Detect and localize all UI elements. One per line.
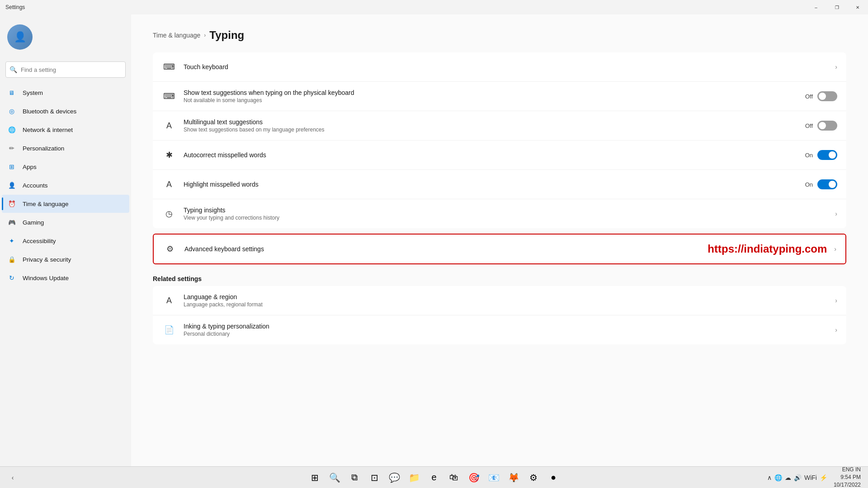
- search-input[interactable]: [21, 66, 122, 73]
- taskbar-icon-start[interactable]: ⊞: [306, 469, 324, 487]
- window-title: Settings: [5, 4, 25, 10]
- taskbar-right: ∧ 🌐 ☁ 🔊 WiFi ⚡ ENG IN 9:54 PM 10/17/2022: [766, 466, 864, 488]
- text-suggestions-subtitle: Not available in some languages: [184, 97, 805, 103]
- tray-network-icon[interactable]: 🌐: [774, 473, 783, 482]
- text-suggestions-toggle-label: Off: [805, 93, 813, 100]
- related-row-language-region[interactable]: A Language & region Language packs, regi…: [153, 286, 846, 315]
- inking-typing-icon: 📄: [162, 323, 176, 337]
- taskbar-center: ⊞🔍⧉⊡💬📁e🛍🎯📧🦊⚙●: [306, 469, 562, 487]
- setting-row-text-suggestions[interactable]: ⌨ Show text suggestions when typing on t…: [153, 82, 846, 111]
- taskbar-icon-app3[interactable]: 🦊: [505, 469, 523, 487]
- autocorrect-toggle-label: On: [805, 152, 813, 159]
- accounts-nav-icon: 👤: [7, 181, 16, 190]
- taskbar-icon-store[interactable]: 🛍: [445, 469, 463, 487]
- taskbar-icon-chat[interactable]: 💬: [385, 469, 403, 487]
- sidebar-item-personalization[interactable]: ✏ Personalization: [2, 139, 129, 157]
- app-container: 👤 🔍 🖥 System ◎ Bluetooth & devices 🌐 Net…: [0, 14, 868, 466]
- system-clock[interactable]: ENG IN 9:54 PM 10/17/2022: [830, 466, 864, 488]
- inking-typing-subtitle: Personal dictionary: [184, 331, 835, 337]
- minimize-button[interactable]: –: [806, 0, 826, 14]
- tray-cloud-icon[interactable]: ☁: [784, 473, 792, 482]
- setting-row-autocorrect[interactable]: ✱ Autocorrect misspelled words On: [153, 141, 846, 170]
- breadcrumb-separator: ›: [204, 32, 206, 38]
- sidebar-item-windows-update[interactable]: ↻ Windows Update: [2, 269, 129, 287]
- sidebar-item-network[interactable]: 🌐 Network & internet: [2, 121, 129, 139]
- inking-typing-title: Inking & typing personalization: [184, 323, 835, 330]
- search-box[interactable]: 🔍: [5, 61, 126, 78]
- tray-battery-icon[interactable]: ⚡: [819, 473, 828, 482]
- highlight-misspelled-control: On: [805, 179, 837, 189]
- advanced-keyboard-text: Advanced keyboard settings: [184, 245, 708, 253]
- setting-row-highlight-misspelled[interactable]: A Highlight misspelled words On: [153, 170, 846, 199]
- related-row-inking-typing[interactable]: 📄 Inking & typing personalization Person…: [153, 315, 846, 344]
- clock-time: ENG IN: [834, 466, 861, 474]
- typing-insights-text: Typing insights View your typing and cor…: [184, 206, 835, 221]
- sidebar-item-accounts[interactable]: 👤 Accounts: [2, 176, 129, 194]
- close-button[interactable]: ✕: [847, 0, 868, 14]
- highlight-misspelled-toggle-thumb: [829, 181, 836, 188]
- taskbar-icon-search[interactable]: 🔍: [326, 469, 344, 487]
- autocorrect-toggle-thumb: [829, 151, 836, 159]
- sidebar-item-system[interactable]: 🖥 System: [2, 84, 129, 102]
- sidebar-item-apps[interactable]: ⊞ Apps: [2, 158, 129, 176]
- apps-nav-icon: ⊞: [7, 162, 16, 171]
- multilingual-suggestions-icon: A: [162, 118, 176, 133]
- highlight-misspelled-toggle[interactable]: [817, 179, 837, 189]
- related-settings-heading: Related settings: [153, 268, 846, 286]
- taskbar-icon-settings-taskbar[interactable]: ⚙: [524, 469, 542, 487]
- accounts-nav-label: Accounts: [23, 182, 48, 189]
- tray-icons: ∧ 🌐 ☁ 🔊 WiFi ⚡: [766, 473, 828, 482]
- breadcrumb: Time & language › Typing: [153, 29, 846, 42]
- taskbar-icon-widgets[interactable]: ⊡: [365, 469, 383, 487]
- text-suggestions-text: Show text suggestions when typing on the…: [184, 89, 805, 103]
- sidebar-item-bluetooth[interactable]: ◎ Bluetooth & devices: [2, 102, 129, 120]
- inking-typing-chevron-icon: ›: [835, 326, 837, 333]
- multilingual-suggestions-text: Multilingual text suggestions Show text …: [184, 118, 805, 133]
- touch-keyboard-chevron-icon: ›: [835, 63, 837, 70]
- taskbar-icon-explorer[interactable]: 📁: [405, 469, 423, 487]
- taskbar-icon-edge[interactable]: e: [425, 469, 443, 487]
- autocorrect-toggle[interactable]: [817, 150, 837, 160]
- touch-keyboard-icon: ⌨: [162, 60, 176, 74]
- sidebar-profile: 👤: [0, 14, 131, 60]
- tray-wifi-icon[interactable]: WiFi: [803, 473, 818, 482]
- advanced-keyboard-title: Advanced keyboard settings: [184, 245, 708, 253]
- avatar[interactable]: 👤: [7, 24, 33, 50]
- tray-volume-icon[interactable]: 🔊: [793, 473, 802, 482]
- taskbar-icon-app1[interactable]: 🎯: [465, 469, 483, 487]
- clock-time-value: 9:54 PM: [834, 474, 861, 481]
- multilingual-suggestions-toggle-label: Off: [805, 122, 813, 129]
- breadcrumb-parent[interactable]: Time & language: [153, 32, 200, 39]
- time-language-nav-icon: ⏰: [7, 199, 16, 208]
- setting-row-typing-insights[interactable]: ◷ Typing insights View your typing and c…: [153, 199, 846, 228]
- bluetooth-nav-icon: ◎: [7, 107, 16, 116]
- setting-row-touch-keyboard[interactable]: ⌨ Touch keyboard ›: [153, 52, 846, 82]
- sidebar-item-gaming[interactable]: 🎮 Gaming: [2, 213, 129, 231]
- text-suggestions-toggle[interactable]: [817, 91, 837, 101]
- taskbar-icon-chrome[interactable]: ●: [544, 469, 562, 487]
- privacy-security-nav-icon: 🔒: [7, 255, 16, 264]
- taskbar-chevron-icon[interactable]: ‹: [4, 469, 22, 487]
- text-suggestions-control: Off: [805, 91, 837, 101]
- taskbar-icon-app2[interactable]: 📧: [485, 469, 503, 487]
- typing-insights-subtitle: View your typing and corrections history: [184, 215, 835, 221]
- setting-row-multilingual-suggestions[interactable]: A Multilingual text suggestions Show tex…: [153, 111, 846, 141]
- sidebar-item-accessibility[interactable]: ✦ Accessibility: [2, 232, 129, 250]
- apps-nav-label: Apps: [23, 164, 37, 170]
- maximize-button[interactable]: ❐: [826, 0, 847, 14]
- tray-expand-icon[interactable]: ∧: [766, 473, 773, 482]
- gaming-nav-label: Gaming: [23, 219, 44, 226]
- highlight-misspelled-title: Highlight misspelled words: [184, 181, 805, 188]
- setting-row-advanced-keyboard[interactable]: ⚙ Advanced keyboard settings https://ind…: [153, 234, 846, 264]
- watermark-text: https://indiatyping.com: [708, 243, 827, 255]
- multilingual-suggestions-toggle[interactable]: [817, 121, 837, 131]
- taskbar-icon-taskview[interactable]: ⧉: [345, 469, 363, 487]
- multilingual-suggestions-control: Off: [805, 121, 837, 131]
- window-controls: – ❐ ✕: [806, 0, 868, 14]
- windows-update-nav-icon: ↻: [7, 273, 16, 282]
- multilingual-suggestions-title: Multilingual text suggestions: [184, 118, 805, 126]
- language-region-subtitle: Language packs, regional format: [184, 301, 835, 308]
- multilingual-suggestions-subtitle: Show text suggestions based on my langua…: [184, 127, 805, 133]
- sidebar-item-privacy-security[interactable]: 🔒 Privacy & security: [2, 250, 129, 268]
- sidebar-item-time-language[interactable]: ⏰ Time & language: [2, 195, 129, 213]
